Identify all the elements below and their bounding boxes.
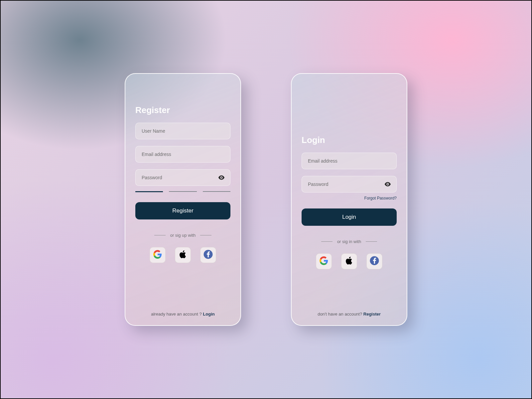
register-button[interactable]: Register [135, 202, 230, 219]
apple-icon [178, 250, 188, 260]
register-footer: already have an account ? Login [125, 312, 240, 317]
facebook-signin-button[interactable] [366, 253, 382, 269]
google-signin-button[interactable] [316, 253, 332, 269]
apple-icon [344, 256, 354, 267]
google-signup-button[interactable] [150, 247, 166, 263]
password-input-wrap [135, 169, 230, 186]
register-social-row [135, 247, 230, 263]
login-email-input[interactable] [302, 153, 397, 169]
facebook-signup-button[interactable] [200, 247, 216, 263]
password-strength-bar [135, 191, 230, 192]
footer-prompt: already have an account ? [151, 312, 203, 317]
login-password-input[interactable] [302, 176, 397, 193]
eye-icon[interactable] [384, 181, 391, 188]
username-input-wrap [135, 123, 230, 139]
divider-label: or sig in with [337, 239, 361, 244]
login-password-wrap [302, 176, 397, 193]
email-input[interactable] [135, 146, 230, 163]
register-title: Register [135, 105, 230, 115]
google-icon [320, 256, 328, 266]
eye-icon[interactable] [218, 174, 225, 181]
username-input[interactable] [135, 123, 230, 139]
email-input-wrap [135, 146, 230, 163]
login-title: Login [302, 135, 397, 145]
footer-prompt: don't have an account? [318, 312, 363, 317]
login-button[interactable]: Login [302, 208, 397, 226]
login-social-row [302, 253, 397, 269]
facebook-icon [203, 249, 213, 261]
login-screen: Login Forgot Password? Login or sig in w… [291, 73, 407, 326]
register-divider: or sig up with [135, 233, 230, 238]
password-input[interactable] [135, 169, 230, 186]
apple-signin-button[interactable] [341, 253, 357, 269]
divider-label: or sig up with [170, 233, 196, 238]
login-link[interactable]: Login [203, 312, 214, 317]
apple-signup-button[interactable] [175, 247, 191, 263]
register-screen: Register Register or sig up with [125, 73, 241, 326]
forgot-password-link[interactable]: Forgot Password? [302, 196, 397, 200]
login-footer: don't have an account? Register [292, 312, 407, 317]
login-email-wrap [302, 153, 397, 169]
facebook-icon [369, 256, 379, 267]
google-icon [153, 250, 162, 260]
register-link[interactable]: Register [363, 312, 381, 317]
login-divider: or sig in with [302, 239, 397, 244]
